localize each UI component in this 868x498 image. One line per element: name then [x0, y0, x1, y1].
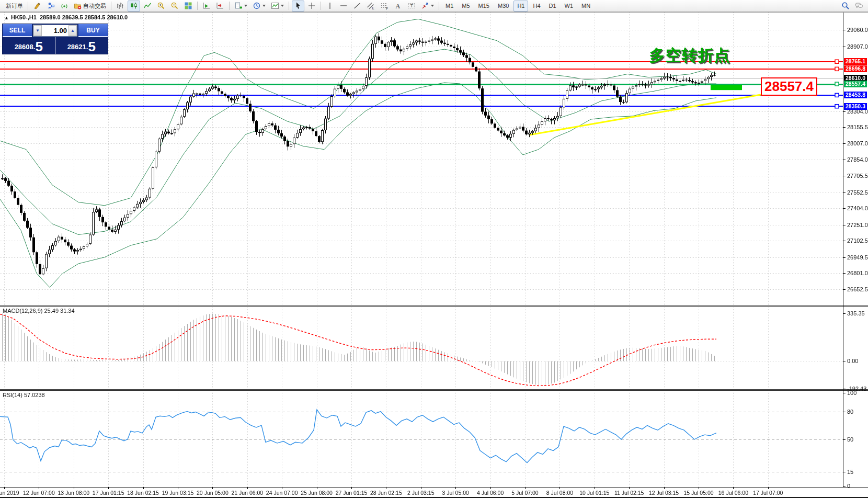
rsi-tick-label: 100 [847, 390, 856, 396]
one-click-trading-panel: SELL ▼ 1.00 ▲ BUY 28608.5 28621.5 [2, 24, 108, 54]
macd-tick-label: 335.35 [847, 310, 865, 316]
collapse-triangle-icon[interactable]: ▲ [4, 15, 9, 20]
price-level-badge: 28350.3 [844, 103, 867, 110]
fibonacci-icon: F [380, 2, 389, 10]
search-icon [841, 2, 850, 10]
timeframe-button-m1[interactable]: M1 [442, 1, 457, 12]
new-order-button[interactable]: 新订单 [3, 1, 25, 12]
bar-chart-icon [116, 2, 124, 10]
cursor-button[interactable] [292, 1, 304, 12]
chat-icon [855, 2, 863, 10]
ohlc-values: 28589.0 28639.5 28584.5 28610.0 [40, 14, 128, 20]
timeframe-button-m15[interactable]: M15 [475, 1, 493, 12]
profiles-clock-icon [253, 2, 261, 10]
sell-price-big: 5 [35, 40, 42, 53]
folder-red-icon [74, 2, 82, 10]
autotrade-button[interactable]: 自动交易 [72, 1, 108, 12]
news-signal-icon[interactable] [58, 1, 71, 12]
rsi-indicator-label: RSI(14) 57.0238 [3, 392, 45, 398]
price-tick-label: 28007.0 [847, 140, 868, 146]
time-tick-label: 17 Jul 07:00 [747, 490, 789, 496]
hline-button[interactable] [337, 1, 350, 12]
volume-spinner: ▼ 1.00 ▲ [33, 25, 77, 37]
price-tick-label: 26652.5 [847, 286, 868, 292]
crosshair-icon [307, 2, 316, 10]
trendline-button[interactable] [351, 1, 363, 12]
timeframe-button-mn[interactable]: MN [578, 1, 594, 12]
buy-button[interactable]: BUY [78, 24, 108, 37]
svg-text:F: F [386, 7, 388, 10]
volume-increase-button[interactable]: ▲ [68, 25, 77, 36]
buy-price-big: 5 [88, 40, 95, 53]
price-tick-label: 27102.5 [847, 237, 868, 244]
text-icon: A [394, 2, 402, 10]
price-tick-label: 27854.0 [847, 156, 868, 163]
buy-price[interactable]: 28621.5 [55, 37, 108, 54]
timeframe-button-d1[interactable]: D1 [545, 1, 560, 12]
signal-icon [60, 2, 68, 10]
toolbar-separator [197, 2, 198, 10]
svg-text:E: E [372, 6, 375, 10]
vertical-line-icon [326, 2, 334, 10]
chart-canvas[interactable] [0, 0, 868, 498]
arrows-icon [421, 2, 429, 10]
price-tick-label: 27404.0 [847, 205, 868, 211]
timeframe-button-h1[interactable]: H1 [513, 1, 528, 12]
price-level-badge: 28696.8 [844, 65, 867, 72]
timeframe-button-m30[interactable]: M30 [494, 1, 512, 12]
chevron-down-icon [262, 5, 266, 7]
macd-indicator-label: MACD(12,26,9) 25.49 31.34 [3, 308, 75, 314]
rsi-tick-label: 0 [847, 483, 850, 489]
chat-button[interactable] [853, 1, 865, 12]
volume-field[interactable]: 1.00 [42, 25, 68, 36]
toolbar-separator [439, 2, 439, 10]
timeframe-button-h4[interactable]: H4 [529, 1, 544, 12]
timeframe-button-w1[interactable]: W1 [561, 1, 577, 12]
price-tick-label: 28155.5 [847, 124, 868, 130]
arrows-button[interactable] [419, 1, 436, 12]
chevron-down-icon [431, 5, 434, 7]
macd-tick-label: 0.00 [847, 358, 858, 364]
autoscroll-button[interactable] [200, 1, 213, 12]
candle-chart-button[interactable] [128, 1, 140, 12]
bar-chart-button[interactable] [114, 1, 127, 12]
chart-shift-button[interactable] [214, 1, 226, 12]
svg-text:A: A [396, 3, 401, 10]
toolbar-separator [321, 2, 321, 10]
text-label-button[interactable]: T [405, 1, 418, 12]
volume-decrease-button[interactable]: ▼ [33, 25, 42, 36]
sell-price[interactable]: 28608.5 [3, 37, 55, 54]
toolbar-button-label: 自动交易 [83, 2, 106, 10]
fibonacci-button[interactable]: F [378, 1, 391, 12]
sell-button[interactable]: SELL [3, 24, 32, 37]
vline-button[interactable] [324, 1, 336, 12]
crosshair-button[interactable] [305, 1, 318, 12]
line-chart-button[interactable] [141, 1, 154, 12]
new-chart-icon [234, 2, 243, 10]
channel-button[interactable]: E [364, 1, 377, 12]
zoom-out-button[interactable] [168, 1, 181, 12]
trendline-icon [353, 2, 361, 10]
tile-windows-icon [184, 2, 192, 10]
chevron-down-icon [281, 5, 284, 7]
zoom-in-button[interactable] [155, 1, 167, 12]
brush-icon [33, 2, 41, 10]
text-button[interactable]: A [392, 1, 404, 12]
timeframe-button-m5[interactable]: M5 [458, 1, 473, 12]
autoscroll-icon [202, 2, 211, 10]
horizontal-line-icon [339, 2, 348, 10]
indicators-button[interactable] [269, 1, 286, 12]
zoom-out-icon [170, 2, 179, 10]
tile-windows-button[interactable] [182, 1, 195, 12]
search-button[interactable] [839, 1, 852, 12]
styles-brush-icon[interactable] [31, 1, 43, 12]
zoom-in-icon [157, 2, 165, 10]
price-level-badge: 28557.4 [844, 81, 867, 87]
toolbar-separator [229, 2, 230, 10]
chart-ohlc-title: ▲HK50-,H1 28589.0 28639.5 28584.5 28610.… [4, 14, 128, 20]
profiles-button[interactable] [250, 1, 268, 12]
toolbar-separator [111, 2, 111, 10]
bull-bear-turning-point-annotation: 多空转折点 [645, 45, 735, 66]
new-chart-button[interactable] [232, 1, 249, 12]
trader-window-icon[interactable] [44, 1, 57, 12]
